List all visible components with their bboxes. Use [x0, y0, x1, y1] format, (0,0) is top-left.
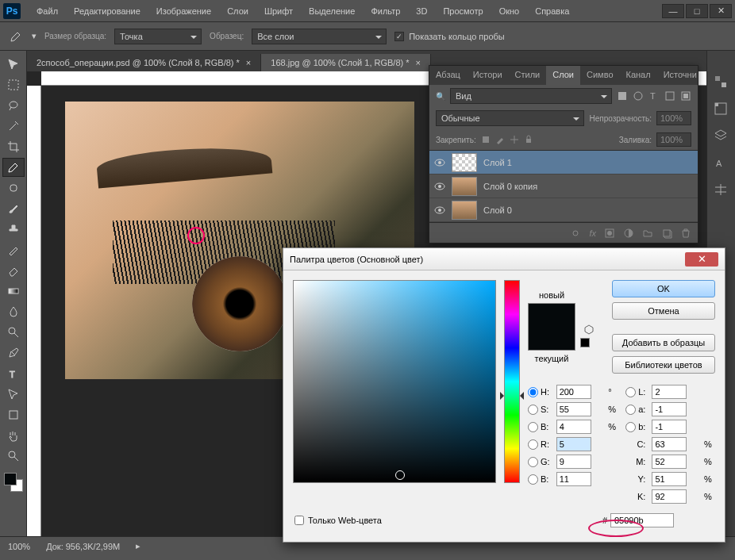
- pen-tool[interactable]: [2, 343, 25, 362]
- layers-panel-icon[interactable]: [714, 128, 729, 144]
- fill-field[interactable]: 100%: [656, 132, 691, 147]
- healing-tool[interactable]: [2, 178, 25, 198]
- filter-type-icon[interactable]: T: [648, 90, 660, 102]
- color-swatches[interactable]: [4, 473, 23, 492]
- hue-slider[interactable]: [504, 280, 520, 483]
- zoom-level[interactable]: 100%: [8, 542, 30, 551]
- document-tab[interactable]: 2способ_операции.psd @ 100% (Слой 8, RGB…: [27, 54, 261, 71]
- menu-layers[interactable]: Слои: [221, 3, 255, 19]
- move-tool[interactable]: [2, 55, 25, 74]
- layer-filter-dropdown[interactable]: Вид: [450, 88, 612, 104]
- gradient-tool[interactable]: [2, 282, 25, 301]
- color-panel-icon[interactable]: [714, 75, 729, 90]
- zoom-tool[interactable]: [2, 447, 25, 466]
- magenta-input[interactable]: [652, 455, 687, 469]
- dialog-titlebar[interactable]: Палитра цветов (Основной цвет) ✕: [283, 248, 725, 270]
- filter-smart-icon[interactable]: [680, 90, 691, 102]
- panel-tab-character[interactable]: Симво: [580, 66, 620, 85]
- panel-tab-paragraph[interactable]: Абзац: [429, 66, 467, 85]
- layer-item[interactable]: Слой 0: [429, 198, 698, 222]
- menu-filter[interactable]: Фильтр: [364, 3, 406, 19]
- menu-view[interactable]: Просмотр: [437, 3, 489, 19]
- panel-tab-source[interactable]: Источни: [657, 66, 703, 85]
- ok-button[interactable]: OK: [612, 280, 715, 297]
- filter-adjust-icon[interactable]: [633, 90, 644, 102]
- web-colors-checkbox[interactable]: Только Web-цвета: [294, 516, 382, 525]
- delete-icon[interactable]: [680, 228, 691, 239]
- sample-size-dropdown[interactable]: Точка: [114, 29, 202, 44]
- panel-tab-styles[interactable]: Стили: [509, 66, 547, 85]
- swatches-panel-icon[interactable]: [714, 102, 729, 117]
- panel-tab-history[interactable]: Истори: [467, 66, 509, 85]
- websafe-swatch[interactable]: [580, 338, 590, 347]
- adjustment-icon[interactable]: [623, 228, 634, 239]
- brush-tool[interactable]: [2, 199, 25, 218]
- visibility-icon[interactable]: [434, 181, 445, 192]
- menu-3d[interactable]: 3D: [410, 3, 433, 19]
- filter-shape-icon[interactable]: [664, 90, 675, 102]
- hand-tool[interactable]: [2, 426, 25, 445]
- link-layers-icon[interactable]: [570, 228, 581, 239]
- paragraph-panel-icon[interactable]: [714, 182, 729, 198]
- green-input[interactable]: [556, 455, 591, 469]
- wand-tool[interactable]: [2, 117, 25, 136]
- panel-tab-channels[interactable]: Канал: [620, 66, 657, 85]
- layer-item[interactable]: Слой 1: [429, 151, 698, 175]
- yellow-input[interactable]: [652, 472, 687, 486]
- group-icon[interactable]: [642, 228, 653, 239]
- shape-tool[interactable]: [2, 405, 25, 424]
- lock-all-icon[interactable]: [524, 135, 533, 144]
- cancel-button[interactable]: Отмена: [612, 302, 715, 320]
- menu-type[interactable]: Шрифт: [258, 3, 299, 19]
- bright-input[interactable]: [556, 420, 591, 434]
- mask-icon[interactable]: [604, 228, 615, 239]
- color-field[interactable]: [293, 280, 496, 483]
- menu-help[interactable]: Справка: [529, 3, 575, 19]
- visibility-icon[interactable]: [434, 157, 445, 168]
- new-layer-icon[interactable]: [661, 228, 672, 239]
- history-brush-tool[interactable]: [2, 240, 25, 259]
- crop-tool[interactable]: [2, 137, 25, 156]
- close-icon[interactable]: ×: [246, 58, 251, 67]
- eraser-tool[interactable]: [2, 261, 25, 280]
- green-radio[interactable]: G:: [528, 457, 550, 467]
- document-tab[interactable]: 168.jpg @ 100% (Слой 1, RGB/8) *×: [261, 54, 431, 71]
- blend-mode-dropdown[interactable]: Обычные: [436, 110, 584, 126]
- blue-input[interactable]: [556, 472, 591, 486]
- blue-radio[interactable]: B:: [528, 474, 550, 485]
- opacity-field[interactable]: 100%: [656, 111, 691, 125]
- lock-position-icon[interactable]: [510, 135, 519, 144]
- b-radio[interactable]: b:: [625, 422, 645, 432]
- window-maximize-button[interactable]: □: [686, 4, 708, 18]
- menu-select[interactable]: Выделение: [302, 3, 361, 19]
- hex-input[interactable]: [610, 513, 674, 527]
- red-radio[interactable]: R:: [528, 439, 550, 450]
- lock-pixels-icon[interactable]: [481, 135, 491, 144]
- color-libraries-button[interactable]: Библиотеки цветов: [612, 356, 715, 374]
- add-swatch-button[interactable]: Добавить в образцы: [612, 334, 715, 351]
- menu-window[interactable]: Окно: [493, 3, 526, 19]
- panel-tab-layers[interactable]: Слои: [546, 66, 580, 85]
- b-input[interactable]: [652, 420, 687, 434]
- path-tool[interactable]: [2, 385, 25, 404]
- gamut-warning-icon[interactable]: [583, 324, 595, 335]
- window-minimize-button[interactable]: —: [662, 4, 684, 18]
- visibility-icon[interactable]: [434, 205, 445, 216]
- cyan-input[interactable]: [652, 437, 687, 451]
- sample-dropdown[interactable]: Все слои: [252, 29, 387, 44]
- marquee-tool[interactable]: [2, 75, 25, 94]
- menu-image[interactable]: Изображение: [150, 3, 217, 19]
- eyedropper-tool[interactable]: [2, 158, 25, 177]
- dialog-close-button[interactable]: ✕: [685, 252, 718, 267]
- l-input[interactable]: [652, 385, 687, 399]
- l-radio[interactable]: L:: [625, 387, 645, 397]
- sat-radio[interactable]: S:: [528, 405, 550, 415]
- menu-file[interactable]: Файл: [30, 3, 64, 19]
- type-panel-icon[interactable]: A: [714, 155, 729, 171]
- a-input[interactable]: [652, 402, 687, 416]
- black-input[interactable]: [652, 489, 687, 504]
- blur-tool[interactable]: [2, 302, 25, 321]
- close-icon[interactable]: ×: [416, 58, 421, 67]
- red-input[interactable]: [556, 437, 591, 451]
- type-tool[interactable]: T: [2, 364, 25, 383]
